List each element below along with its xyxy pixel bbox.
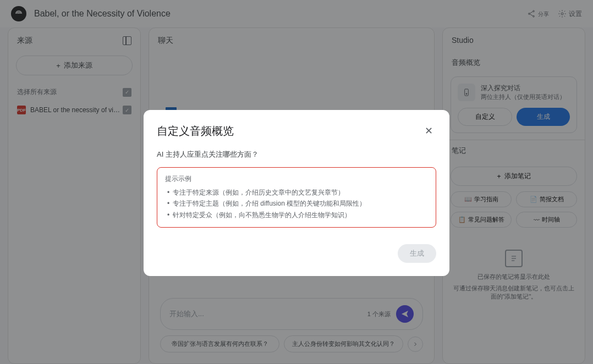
prompt-input[interactable]: 提示示例 专注于特定来源（例如，介绍历史文章中的文艺复兴章节） 专注于特定主题（… [157,167,436,228]
close-icon: ✕ [425,125,433,137]
close-modal-button[interactable]: ✕ [421,123,436,139]
modal-generate-button[interactable]: 生成 [398,244,436,263]
customize-audio-modal: 自定义音频概览 ✕ AI 主持人应重点关注哪些方面？ 提示示例 专注于特定来源（… [144,110,449,276]
modal-question: AI 主持人应重点关注哪些方面？ [157,150,436,159]
prompt-examples: 专注于特定来源（例如，介绍历史文章中的文艺复兴章节） 专注于特定主题（例如，介绍… [165,187,428,220]
modal-title: 自定义音频概览 [157,124,234,139]
modal-overlay[interactable]: 自定义音频概览 ✕ AI 主持人应重点关注哪些方面？ 提示示例 专注于特定来源（… [0,0,593,364]
